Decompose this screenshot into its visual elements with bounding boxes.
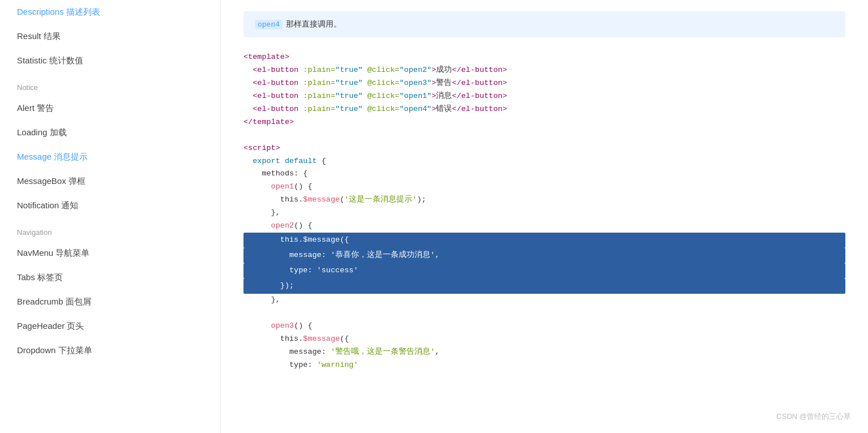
code-line-close-open2: }, — [243, 294, 845, 307]
code-line-blank1 — [243, 129, 845, 142]
sidebar-item-messagebox[interactable]: MessageBox 弹框 — [0, 169, 220, 194]
code-line-btn1: <el-button :plain="true" @click="open2">… — [243, 64, 845, 77]
sidebar-section: Descriptions 描述列表 Result 结果 Statistic 统计… — [0, 0, 220, 73]
code-line-export: export default { — [243, 155, 845, 168]
main-content: open4 那样直接调用。 <template> <el-button :pla… — [221, 0, 868, 433]
code-line-script-open: <script> — [243, 142, 845, 155]
code-line-message-warning: message: '警告哦，这是一条警告消息', — [243, 346, 845, 359]
sidebar-section-navigation: Navigation NavMenu 导航菜单 Tabs 标签页 Breadcr… — [0, 218, 220, 363]
sidebar-item-breadcrumb[interactable]: Breadcrumb 面包屑 — [0, 290, 220, 314]
top-banner: open4 那样直接调用。 — [243, 11, 845, 37]
sidebar-item-result[interactable]: Result 结果 — [0, 24, 220, 49]
code-line-template-close: </template> — [243, 116, 845, 129]
sidebar-item-pageheader[interactable]: PageHeader 页头 — [0, 314, 220, 338]
code-line-this-message2: this.$message({ — [243, 333, 845, 346]
sidebar-item-descriptions[interactable]: Descriptions 描述列表 — [0, 0, 220, 24]
code-line-open2: open2() { — [243, 220, 845, 233]
code-line-highlight-3: type: 'success' — [243, 263, 845, 278]
code-line-highlight-4: }); — [243, 278, 845, 294]
sidebar-section-navigation-label: Navigation — [0, 218, 220, 241]
sidebar-item-loading[interactable]: Loading 加载 — [0, 121, 220, 145]
banner-text: 那样直接调用。 — [286, 19, 341, 29]
sidebar-item-statistic[interactable]: Statistic 统计数值 — [0, 49, 220, 73]
sidebar-item-dropdown[interactable]: Dropdown 下拉菜单 — [0, 338, 220, 363]
code-block: <template> <el-button :plain="true" @cli… — [243, 51, 845, 372]
code-line-open1: open1() { — [243, 181, 845, 194]
sidebar-section-notice-label: Notice — [0, 73, 220, 96]
code-line-template-open: <template> — [243, 51, 845, 64]
code-line-btn4: <el-button :plain="true" @click="open4">… — [243, 103, 845, 116]
sidebar-item-tabs[interactable]: Tabs 标签页 — [0, 265, 220, 290]
code-line-methods: methods: { — [243, 168, 845, 181]
code-line-highlight-1: this.$message({ — [243, 233, 845, 248]
code-line-highlight-2: message: '恭喜你，这是一条成功消息', — [243, 248, 845, 263]
code-line-btn2: <el-button :plain="true" @click="open3">… — [243, 77, 845, 90]
code-line-type-warning: type: 'warning' — [243, 359, 845, 372]
sidebar-item-notification[interactable]: Notification 通知 — [0, 194, 220, 218]
code-area: open4 那样直接调用。 <template> <el-button :pla… — [221, 0, 868, 383]
banner-code: open4 — [255, 20, 283, 29]
code-line-this-message: this.$message('这是一条消息提示'); — [243, 194, 845, 207]
sidebar-item-alert[interactable]: Alert 警告 — [0, 96, 220, 121]
code-line-blank2 — [243, 307, 845, 320]
sidebar-section-notice: Notice Alert 警告 Loading 加载 Message 消息提示 … — [0, 73, 220, 218]
code-line-open3: open3() { — [243, 320, 845, 333]
sidebar-item-navmenu[interactable]: NavMenu 导航菜单 — [0, 241, 220, 265]
sidebar-item-message[interactable]: Message 消息提示 — [0, 145, 220, 169]
code-line-btn3: <el-button :plain="true" @click="open1">… — [243, 90, 845, 103]
sidebar: Descriptions 描述列表 Result 结果 Statistic 统计… — [0, 0, 221, 433]
code-line-close-open1: }, — [243, 207, 845, 220]
